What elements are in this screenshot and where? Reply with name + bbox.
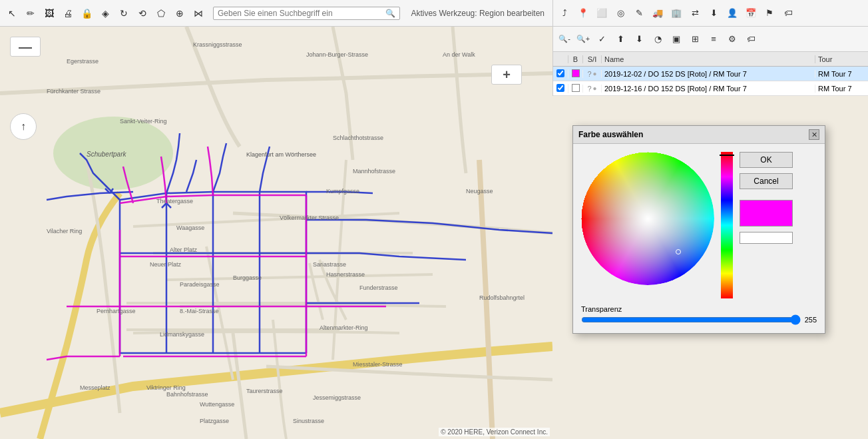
- edit-tool[interactable]: ✏: [23, 5, 39, 21]
- row-color-swatch: [568, 69, 582, 79]
- transparency-label: Transparenz: [581, 305, 817, 313]
- upload-icon[interactable]: ⬆: [612, 31, 629, 48]
- transparency-slider-row: 255: [581, 314, 817, 325]
- route-icon[interactable]: ⤴: [556, 5, 573, 22]
- svg-text:An der Walk: An der Walk: [443, 51, 475, 58]
- svg-text:Sankt-Veiter-Ring: Sankt-Veiter-Ring: [120, 118, 167, 125]
- svg-text:Sinustrasse: Sinustrasse: [293, 418, 324, 424]
- select-tool[interactable]: ↖: [4, 5, 20, 21]
- transparency-slider[interactable]: [581, 314, 801, 325]
- right-toolbar-second: 🔍- 🔍+ ✓ ⬆ ⬇ ◔ ▣ ⊞ ≡ ⚙ 🏷: [552, 27, 868, 52]
- person-icon[interactable]: 👤: [724, 5, 741, 22]
- row-color-swatch: [568, 84, 582, 93]
- svg-text:8.-Mai-Strasse: 8.-Mai-Strasse: [180, 308, 219, 314]
- color-wheel[interactable]: [581, 152, 714, 285]
- zoom-in-button[interactable]: +: [491, 65, 522, 85]
- image-tool[interactable]: 🖼: [41, 5, 57, 21]
- color-picker-dialog: Farbe auswählen ✕ OK Cancel FFFF18EB: [572, 125, 825, 334]
- svg-text:Lidmanskygasse: Lidmanskygasse: [160, 331, 204, 338]
- status-circle: ●: [593, 85, 597, 92]
- hue-strip[interactable]: [721, 152, 733, 298]
- svg-text:Neugasse: Neugasse: [466, 188, 493, 195]
- point-tool[interactable]: ⊕: [172, 5, 188, 21]
- pie-chart-icon[interactable]: ◔: [649, 31, 666, 48]
- svg-text:Schubertpark: Schubertpark: [87, 151, 126, 158]
- search-input[interactable]: [218, 9, 385, 18]
- building-icon[interactable]: 🏢: [668, 5, 685, 22]
- north-arrow[interactable]: ↑: [10, 113, 37, 140]
- row-name: 2019-12-02 / DO 152 DS [Roto] / RM Tour …: [601, 70, 815, 78]
- svg-text:Johann-Burger-Strasse: Johann-Burger-Strasse: [306, 51, 368, 58]
- table-row[interactable]: ? ● 2019-12-16 / DO 152 DS [Roto] / RM T…: [553, 81, 868, 96]
- svg-text:Alter Platz: Alter Platz: [170, 246, 198, 253]
- svg-text:Bahnhofstrasse: Bahnhofstrasse: [166, 391, 208, 398]
- table-body: ? ● 2019-12-02 / DO 152 DS [Roto] / RM T…: [552, 67, 868, 96]
- svg-text:Viktringer Ring: Viktringer Ring: [146, 384, 186, 391]
- calendar-icon[interactable]: 📅: [742, 5, 760, 22]
- map-copyright: © 2020 HERE, Verizon Connect Inc.: [439, 428, 550, 436]
- table-header: B S/I Name Tour: [552, 52, 868, 67]
- svg-text:Waagasse: Waagasse: [176, 224, 204, 231]
- row-tour: RM Tour 7: [815, 85, 868, 93]
- search-icon[interactable]: 🔍: [385, 9, 395, 18]
- flag-icon[interactable]: ⚑: [761, 5, 778, 22]
- list-icon[interactable]: ≡: [705, 31, 722, 48]
- svg-text:Platzgasse: Platzgasse: [200, 418, 229, 424]
- svg-text:Paradeisgasse: Paradeisgasse: [180, 281, 220, 288]
- node-tool[interactable]: ⋈: [190, 5, 206, 21]
- zoom-in-area-icon[interactable]: 🔍+: [574, 31, 592, 48]
- transfer-icon[interactable]: ⇄: [686, 5, 704, 22]
- svg-text:Klagenfurt am Wörthersee: Klagenfurt am Wörthersee: [246, 151, 316, 158]
- map-area[interactable]: Schubertpark Theatergasse Waagasse Neuer…: [0, 27, 552, 439]
- download-icon[interactable]: ⬇: [705, 5, 722, 22]
- svg-text:Burggasse: Burggasse: [233, 274, 262, 281]
- svg-text:Jessemiggstrasse: Jessemiggstrasse: [313, 394, 361, 401]
- rotate-tool[interactable]: ↻: [116, 5, 132, 21]
- table-row[interactable]: ? ● 2019-12-02 / DO 152 DS [Roto] / RM T…: [553, 67, 868, 81]
- map-toolbar: ↖ ✏ 🖼 🖨 🔒 ◈ ↻ ⟲ ⬠ ⊕ ⋈ 🔍 Aktives Werkzeug…: [0, 0, 552, 27]
- color-wheel-container: [581, 152, 714, 298]
- row-checkbox[interactable]: [553, 69, 568, 79]
- ok-button[interactable]: OK: [740, 152, 793, 168]
- shape-tool[interactable]: ⬠: [153, 5, 169, 21]
- col-name: Name: [601, 55, 815, 63]
- settings3-icon[interactable]: ⚙: [724, 31, 741, 48]
- tag2-icon[interactable]: 🏷: [742, 31, 760, 48]
- row-name: 2019-12-16 / DO 152 DS [Roto] / RM Tour …: [601, 85, 815, 93]
- svg-text:Miesstaler-Strasse: Miesstaler-Strasse: [353, 361, 403, 368]
- truck-icon[interactable]: 🚚: [649, 5, 666, 22]
- window-icon[interactable]: ▣: [668, 31, 685, 48]
- right-toolbar-top: ⤴ 📍 ⬜ ◎ ✎ 🚚 🏢 ⇄ ⬇ 👤 📅 ⚑ 🏷: [552, 0, 868, 27]
- row-checkbox[interactable]: [553, 84, 568, 93]
- print-tool[interactable]: 🖨: [60, 5, 76, 21]
- layers-tool[interactable]: ◈: [97, 5, 113, 21]
- svg-text:Mannhofstrasse: Mannhofstrasse: [353, 168, 395, 175]
- svg-text:Völkermarkter Strasse: Völkermarkter Strasse: [280, 215, 339, 221]
- grid-icon[interactable]: ⊞: [686, 31, 704, 48]
- svg-text:Neuer Platz: Neuer Platz: [150, 261, 182, 268]
- area-icon[interactable]: ⬜: [593, 5, 610, 22]
- col-tour: Tour: [815, 55, 868, 63]
- target-icon[interactable]: ◎: [612, 5, 629, 22]
- zoom-out-button[interactable]: —: [10, 37, 41, 57]
- check-all-icon[interactable]: ✓: [593, 31, 610, 48]
- color-hex-input[interactable]: FFFF18EB: [740, 232, 793, 244]
- tag-icon[interactable]: 🏷: [779, 5, 797, 22]
- svg-text:Kumpfgasse: Kumpfgasse: [326, 188, 359, 195]
- svg-text:Schlachthotstrasse: Schlachthotstrasse: [333, 135, 383, 141]
- download2-icon[interactable]: ⬇: [630, 31, 648, 48]
- search-bar: 🔍: [213, 7, 400, 20]
- color-right-panel: OK Cancel FFFF18EB: [740, 152, 793, 298]
- edit2-icon[interactable]: ✎: [630, 5, 648, 22]
- location-icon[interactable]: 📍: [574, 5, 592, 22]
- lock-tool[interactable]: 🔒: [79, 5, 95, 21]
- cancel-button[interactable]: Cancel: [740, 173, 793, 189]
- zoom-out-area-icon[interactable]: 🔍-: [556, 31, 573, 48]
- dialog-close-button[interactable]: ✕: [809, 129, 819, 140]
- status-question: ?: [587, 85, 591, 93]
- svg-text:Wuttengasse: Wuttengasse: [200, 401, 234, 408]
- svg-text:Hasnerstrasse: Hasnerstrasse: [326, 271, 365, 278]
- row-status: ? ●: [582, 85, 601, 93]
- transform-tool[interactable]: ⟲: [134, 5, 150, 21]
- status-question: ?: [587, 70, 591, 78]
